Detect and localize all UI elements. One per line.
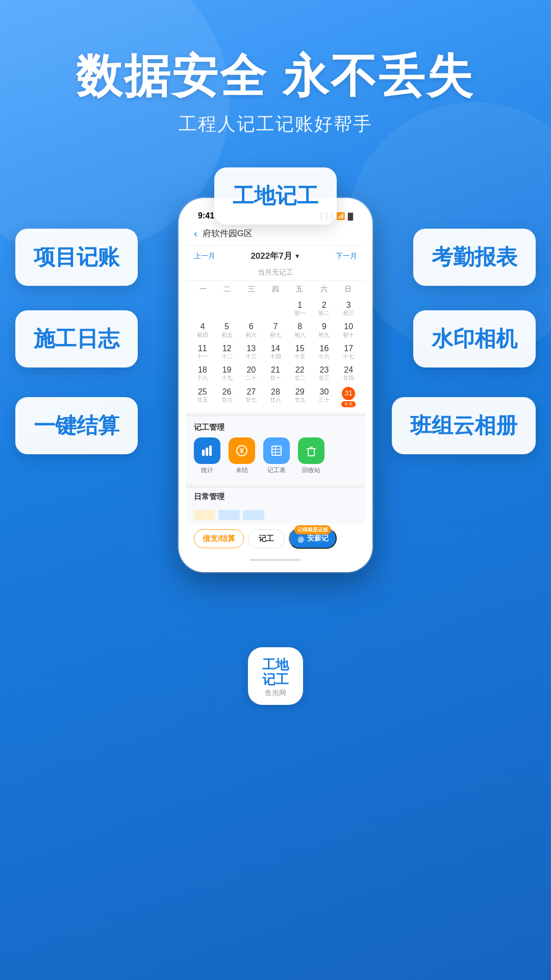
daily-title: 日常管理 [194, 492, 357, 502]
weekday-wed: 三 [239, 283, 263, 296]
hero-subtitle: 工程人记工记账好帮手 [31, 112, 520, 137]
weekday-sat: 六 [312, 283, 336, 296]
logo-text-sub: 鱼泡网 [265, 689, 286, 698]
logo-text-main: 工地 记工 [262, 657, 289, 687]
cal-day-1[interactable]: 1初一 [288, 298, 312, 318]
cal-day-empty [239, 298, 263, 318]
cal-day-empty [215, 298, 239, 318]
weekday-fri: 五 [288, 283, 312, 296]
calendar-nav: 上一月 2022年7月 ▼ 下一月 [186, 246, 365, 266]
calendar-grid: 1初一 2初二 3初三 4初四 5初五 6初六 7初七 8初八 9初九 10初十… [186, 298, 365, 413]
cal-day-30[interactable]: 30三十 [313, 385, 336, 410]
recycle-label: 回收站 [302, 466, 320, 475]
feature-card-low-right: 水印相机 [413, 310, 536, 368]
cal-day-10[interactable]: 10初十 [337, 320, 360, 340]
features-container: 工地记工 项目记账 考勤报表 施工日志 水印相机 一键结算 班组云相册 9:41… [0, 167, 551, 627]
cal-day-29[interactable]: 29廿九 [288, 385, 312, 410]
cal-day-31[interactable]: 31 今天 [337, 385, 360, 410]
home-bar [250, 559, 301, 561]
mgmt-item-record-table[interactable]: 记工表 [263, 437, 290, 475]
cal-day-24[interactable]: 24廿四 [337, 363, 360, 383]
svg-rect-12 [308, 449, 314, 456]
salary-btn[interactable]: 记得就是证据 @ 安薪记 [289, 528, 337, 549]
hero-section: 数据安全 永不丢失 工程人记工记账好帮手 [0, 0, 551, 157]
svg-text:@: @ [298, 537, 304, 543]
svg-rect-3 [202, 450, 205, 456]
action-buttons: 借支/结算 记工 记得就是证据 @ 安薪记 [186, 524, 365, 555]
cal-day-25[interactable]: 25廿五 [191, 385, 214, 410]
phone-header: ‹ 府软件园G区 [186, 224, 365, 246]
cal-day-5[interactable]: 5初五 [215, 320, 239, 340]
record-work-btn[interactable]: 记工 [248, 529, 285, 548]
cal-day-empty [264, 298, 287, 318]
feature-card-mid-left: 项目记账 [15, 229, 138, 286]
feature-card-low-left: 施工日志 [15, 310, 138, 368]
cal-day-17[interactable]: 17十七 [337, 341, 360, 362]
daily-icon-2 [218, 510, 240, 520]
recycle-icon-box [298, 437, 324, 464]
daily-icon-1 [194, 510, 215, 520]
battery-icon: ▓ [348, 212, 353, 220]
daily-section: 日常管理 [186, 485, 365, 524]
cal-day-14[interactable]: 14十四 [264, 341, 287, 362]
cal-day-2[interactable]: 2初二 [313, 298, 336, 318]
cal-day-20[interactable]: 20二十 [239, 363, 263, 383]
cal-day-27[interactable]: 27廿七 [239, 385, 263, 410]
mgmt-icons-row: 统计 ¥ 未结 记工表 [194, 437, 357, 475]
cal-day-3[interactable]: 3初三 [337, 298, 360, 318]
weekday-tue: 二 [215, 283, 239, 296]
daily-icon-3 [243, 510, 264, 520]
cal-day-7[interactable]: 7初七 [264, 320, 287, 340]
cal-day-19[interactable]: 19十九 [215, 363, 239, 383]
cal-day-16[interactable]: 16十六 [313, 341, 336, 362]
feature-card-bot-right: 班组云相册 [392, 397, 536, 454]
prev-month-btn[interactable]: 上一月 [194, 252, 215, 261]
logo-badge: 工地 记工 鱼泡网 [248, 647, 303, 705]
svg-text:¥: ¥ [240, 447, 244, 455]
cal-day-8[interactable]: 8初八 [288, 320, 312, 340]
cal-day-4[interactable]: 4初四 [191, 320, 214, 340]
cal-day-21[interactable]: 21廿一 [264, 363, 287, 383]
stats-icon-box [194, 437, 220, 464]
cal-day-23[interactable]: 23廿三 [313, 363, 336, 383]
cal-day-11[interactable]: 11十一 [191, 341, 214, 362]
record-table-icon-box [263, 437, 290, 464]
badge-text: 记得就是证据 [294, 525, 331, 534]
feature-card-top: 工地记工 [214, 167, 337, 225]
cal-day-empty [191, 298, 214, 318]
cal-day-12[interactable]: 12十二 [215, 341, 239, 362]
mgmt-section: 记工管理 统计 ¥ 未结 [186, 413, 365, 485]
logo-section: 工地 记工 鱼泡网 [0, 647, 551, 736]
no-record-text: 当月无记工 [186, 266, 365, 280]
cal-day-15[interactable]: 15十五 [288, 341, 312, 362]
phone-mockup: 9:41 ▐▐▐ 📶 ▓ ‹ 府软件园G区 上一月 2022年7 [179, 198, 372, 572]
next-month-btn[interactable]: 下一月 [336, 252, 357, 261]
loan-settle-btn[interactable]: 借支/结算 [194, 529, 244, 548]
cal-day-22[interactable]: 22廿二 [288, 363, 312, 383]
hero-title: 数据安全 永不丢失 [31, 51, 520, 102]
cal-day-13[interactable]: 13十三 [239, 341, 263, 362]
feature-card-mid-right: 考勤报表 [413, 229, 536, 286]
record-table-label: 记工表 [267, 466, 286, 475]
phone-frame: 9:41 ▐▐▐ 📶 ▓ ‹ 府软件园G区 上一月 2022年7 [179, 198, 372, 572]
mgmt-item-stats[interactable]: 统计 [194, 437, 220, 475]
svg-rect-5 [209, 446, 212, 456]
feature-card-bot-left: 一键结算 [15, 397, 138, 454]
cal-day-6[interactable]: 6初六 [239, 320, 263, 340]
unpaid-icon-box: ¥ [229, 437, 255, 464]
wifi-icon: 📶 [336, 212, 345, 220]
status-time: 9:41 [198, 211, 214, 220]
stats-label: 统计 [201, 466, 213, 475]
cal-day-28[interactable]: 28廿八 [264, 385, 287, 410]
cal-day-18[interactable]: 18十八 [191, 363, 214, 383]
cal-day-9[interactable]: 9初九 [313, 320, 336, 340]
phone-inner: 9:41 ▐▐▐ 📶 ▓ ‹ 府软件园G区 上一月 2022年7 [186, 205, 365, 565]
mgmt-item-unpaid[interactable]: ¥ 未结 [229, 437, 255, 475]
mgmt-item-recycle[interactable]: 回收站 [298, 437, 324, 475]
mgmt-title: 记工管理 [194, 423, 357, 432]
back-icon: ‹ [194, 228, 197, 239]
unpaid-label: 未结 [236, 466, 248, 475]
cal-day-26[interactable]: 26廿六 [215, 385, 239, 410]
dropdown-icon: ▼ [294, 253, 300, 260]
month-title: 2022年7月 ▼ [251, 250, 300, 262]
